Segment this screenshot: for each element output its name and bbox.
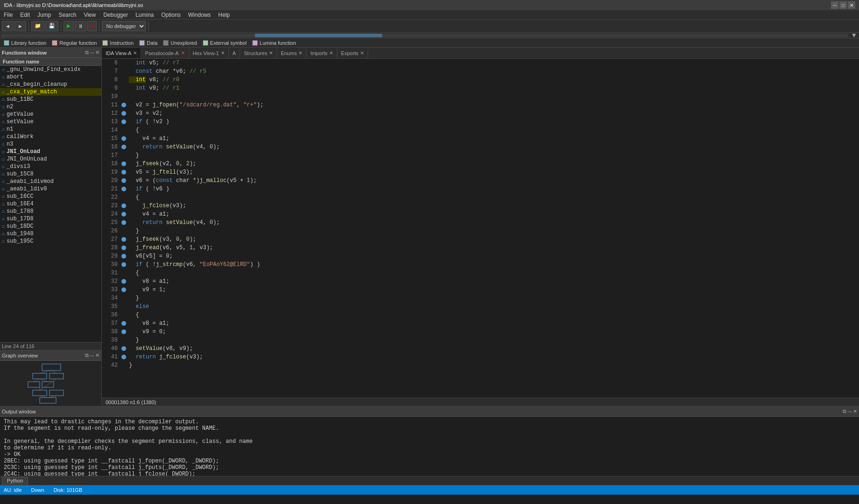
toolbar-save[interactable]: 💾 xyxy=(45,21,58,31)
menu-item-debugger[interactable]: Debugger xyxy=(99,10,132,19)
toolbar-stop[interactable]: ■ xyxy=(87,21,97,31)
func-item[interactable]: ⌂sub_1948 xyxy=(0,230,101,238)
code-token: j_fread xyxy=(135,245,159,251)
function-list[interactable]: ⌂_gnu_Unwind_Find_exidx⌂abort⌂_cxa_begin… xyxy=(0,66,101,342)
tab-close-btn[interactable]: ✕ xyxy=(360,50,364,56)
code-token: char *v6; xyxy=(152,68,189,75)
func-item[interactable]: ⌂sub_15C8 xyxy=(0,170,101,178)
func-item[interactable]: ⌂n3 xyxy=(0,140,101,148)
graph-minimize-btn[interactable]: ─ xyxy=(90,352,94,358)
func-item[interactable]: ⌂n2 xyxy=(0,103,101,111)
func-item[interactable]: ⌂sub_16CC xyxy=(0,193,101,200)
code-token: ( xyxy=(176,102,179,108)
tab-close-btn[interactable]: ✕ xyxy=(269,50,273,56)
func-item[interactable]: ⌂sub_1788 xyxy=(0,208,101,215)
code-line: 10 xyxy=(102,92,859,101)
menu-item-options[interactable]: Options xyxy=(157,10,184,19)
tab-label: Structures xyxy=(244,50,267,56)
tab-enums[interactable]: Enums✕ xyxy=(277,48,306,58)
toolbar-forward[interactable]: ► xyxy=(14,21,26,31)
functions-minimize-btn[interactable]: ─ xyxy=(90,49,94,56)
func-item[interactable]: ⌂_cxa_type_match xyxy=(0,88,101,96)
debugger-select[interactable]: No debugger xyxy=(102,21,146,31)
output-float-btn[interactable]: ⧉ xyxy=(843,408,846,414)
tab-label: IDA View-A xyxy=(106,50,131,56)
code-token: ); xyxy=(190,161,196,167)
tab-ida-view-a[interactable]: IDA View-A✕ xyxy=(102,48,141,58)
svg-line-8 xyxy=(40,371,51,373)
func-item[interactable]: ⌂_aeabi_ldiv0 xyxy=(0,185,101,193)
toolbar-run[interactable]: ▶ xyxy=(64,21,74,31)
tab-hex-view-1[interactable]: Hex View-1✕ xyxy=(189,48,229,58)
tab-imports[interactable]: Imports✕ xyxy=(306,48,337,58)
tab-close-btn[interactable]: ✕ xyxy=(133,50,137,56)
func-item[interactable]: ⌂sub_18DC xyxy=(0,223,101,230)
toolbar-open[interactable]: 📁 xyxy=(31,21,44,31)
tab-pseudocode-a[interactable]: Pseudocode-A✕ xyxy=(141,48,189,58)
func-item[interactable]: ⌂abort xyxy=(0,73,101,81)
tab-close-btn[interactable]: ✕ xyxy=(298,50,302,56)
menu-item-lumina[interactable]: Lumina xyxy=(132,10,157,19)
menu-item-help[interactable]: Help xyxy=(214,10,234,19)
menu-item-search[interactable]: Search xyxy=(55,10,80,19)
tab-a[interactable]: A xyxy=(229,48,240,58)
menu-item-file[interactable]: File xyxy=(0,10,16,19)
python-tab-button[interactable]: Python xyxy=(2,477,28,484)
output-line xyxy=(4,432,855,438)
functions-float-btn[interactable]: ⧉ xyxy=(85,49,89,56)
func-item[interactable]: ⌂sub_16E4 xyxy=(0,200,101,208)
functions-close-btn[interactable]: ✕ xyxy=(95,49,99,56)
func-item[interactable]: ⌂n1 xyxy=(0,126,101,133)
func-item[interactable]: ⌂getValue xyxy=(0,111,101,118)
code-line: 16 return setValue(v4, 0); xyxy=(102,143,859,151)
graph-close-btn[interactable]: ✕ xyxy=(95,352,99,358)
code-line: 30 if ( !j_strcmp(v6, "EoPAoY62@ElRD") ) xyxy=(102,260,859,269)
menu-item-view[interactable]: View xyxy=(80,10,99,19)
toolbar-pause[interactable]: ⏸ xyxy=(75,21,86,31)
code-token: 0 xyxy=(186,236,189,243)
code-line: 33 v9 = 1; xyxy=(102,286,859,294)
line-breakpoint-dot xyxy=(121,187,126,191)
func-item[interactable]: ⌂setValue xyxy=(0,118,101,126)
tab-structures[interactable]: Structures✕ xyxy=(240,48,277,58)
func-item[interactable]: ⌂_gnu_Unwind_Find_exidx xyxy=(0,66,101,73)
func-item[interactable]: ⌂JNI_OnLoad xyxy=(0,148,101,155)
func-item[interactable]: ⌂sub_17D8 xyxy=(0,215,101,223)
menu-item-windows[interactable]: Windows xyxy=(185,10,215,19)
func-label: sub_1788 xyxy=(7,208,34,215)
func-icon: ⌂ xyxy=(2,217,5,222)
func-icon: ⌂ xyxy=(2,112,5,117)
func-item[interactable]: ⌂sub_11BC xyxy=(0,96,101,103)
code-token: int xyxy=(135,85,146,91)
code-line: 9 int v9; // r1 xyxy=(102,84,859,92)
svg-line-9 xyxy=(51,371,57,373)
func-label: _aeabi_idivmod xyxy=(7,178,54,185)
func-item[interactable]: ⌂JNI_OnUnLoad xyxy=(0,155,101,163)
func-item[interactable]: ⌂_aeabi_idivmod xyxy=(0,178,101,185)
func-item[interactable]: ⌂callWork xyxy=(0,133,101,140)
tab-exports[interactable]: Exports✕ xyxy=(337,48,368,58)
output-title-label: Output window xyxy=(2,409,36,414)
code-line: 11 v2 = j_fopen("/sdcard/reg.dat", "r+")… xyxy=(102,101,859,109)
maximize-button[interactable]: □ xyxy=(839,1,847,9)
line-number: 14 xyxy=(104,127,118,133)
graph-float-btn[interactable]: ⧉ xyxy=(85,352,89,358)
minimize-button[interactable]: ─ xyxy=(831,1,838,9)
menu-item-edit[interactable]: Edit xyxy=(16,10,34,19)
func-item[interactable]: ⌂sub_195C xyxy=(0,238,101,245)
nav-scroll-right[interactable]: ▼ xyxy=(849,33,859,38)
code-editor[interactable]: 6 int v5; // r77 const char *v6; // r58 … xyxy=(102,59,859,398)
code-token: int xyxy=(135,77,146,83)
code-token: } xyxy=(129,337,139,343)
output-content[interactable]: This may lead to drastic changes in the … xyxy=(0,417,859,476)
func-item[interactable]: ⌂_cxa_begin_cleanup xyxy=(0,81,101,88)
line-breakpoint-dot xyxy=(121,229,126,233)
tab-close-btn[interactable]: ✕ xyxy=(329,50,333,56)
close-button[interactable]: ✕ xyxy=(848,1,855,9)
func-item[interactable]: ⌂_divsi3 xyxy=(0,163,101,170)
toolbar-back[interactable]: ◄ xyxy=(2,21,14,31)
output-minimize-btn[interactable]: ─ xyxy=(848,408,852,414)
menu-item-jump[interactable]: Jump xyxy=(34,10,55,19)
output-close-btn[interactable]: ✕ xyxy=(853,408,857,414)
tab-close-btn[interactable]: ✕ xyxy=(221,50,225,56)
